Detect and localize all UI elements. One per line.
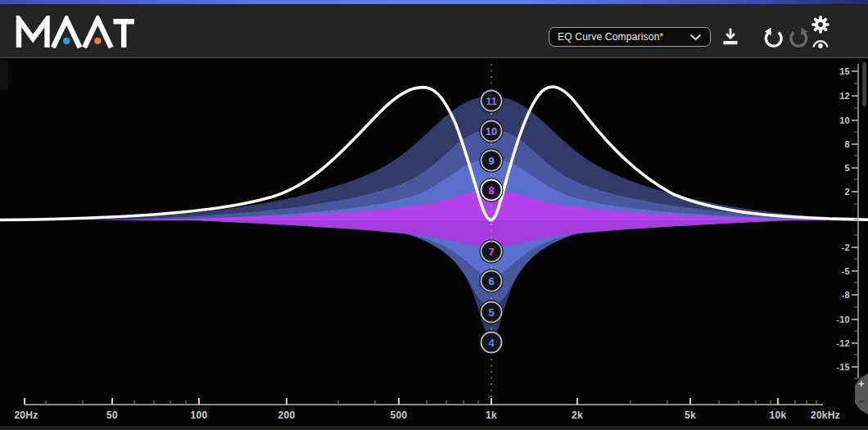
freq-label: 2k	[572, 410, 583, 421]
maat-eq-window: EQ Curve Comparison*	[0, 0, 868, 430]
db-label: -5	[842, 266, 850, 276]
db-label: -10	[836, 315, 850, 324]
db-label: 2	[845, 187, 850, 197]
logo-dot-orange	[94, 38, 101, 44]
freq-label: 5k	[685, 410, 696, 421]
db-ruler-minor-ticks	[854, 84, 858, 378]
freq-label: 10k	[770, 410, 787, 421]
zoom-out-button[interactable]: −	[858, 395, 865, 408]
logo-letter-m	[19, 20, 47, 48]
band-handle-9[interactable]: 9	[481, 150, 503, 172]
db-label: 8	[845, 139, 850, 149]
freq-label: 100	[191, 410, 208, 421]
undo-icon[interactable]	[762, 27, 784, 50]
zoom-in-button[interactable]: +	[858, 378, 865, 390]
chevron-down-icon	[689, 34, 702, 41]
monitor-icon[interactable]	[811, 37, 830, 49]
maat-logo	[15, 16, 138, 48]
db-label: -15	[836, 362, 850, 372]
band-handle-label: 6	[488, 276, 494, 287]
preset-dropdown-value: EQ Curve Comparison*	[558, 31, 663, 43]
freq-label: 200	[278, 410, 296, 421]
gear-icon[interactable]	[811, 15, 830, 34]
footer-strip	[0, 426, 868, 430]
eq-curves-canvas	[0, 59, 868, 430]
band-handle-label: 8	[488, 185, 494, 196]
band-handle-label: 4	[488, 337, 494, 348]
freq-label: 500	[391, 410, 408, 421]
freq-ruler-minor-ticks	[46, 401, 816, 405]
eq-graph: 11 10 9 8 7 6 5 4 15 12 10 8 5 2 -2 -5 -…	[0, 59, 868, 430]
redo-icon[interactable]	[788, 27, 811, 50]
band-handle-8[interactable]: 8	[481, 179, 503, 201]
band-handle-7[interactable]: 7	[481, 241, 503, 263]
band-handle-5[interactable]: 5	[481, 301, 503, 324]
download-icon[interactable]	[720, 26, 741, 48]
logo-letter-t	[113, 21, 133, 48]
db-label: 5	[845, 163, 850, 173]
logo-dot-blue	[63, 38, 70, 44]
db-label: 10	[839, 115, 850, 125]
db-label: -12	[836, 338, 850, 348]
band-handle-label: 10	[486, 126, 497, 137]
band-handle-label: 11	[486, 96, 497, 106]
band-handle-label: 9	[488, 156, 494, 166]
db-label: 15	[839, 66, 850, 76]
band-handle-10[interactable]: 10	[481, 120, 503, 143]
band-handle-4[interactable]: 4	[481, 332, 503, 354]
db-label: -8	[842, 290, 850, 300]
freq-label: 20Hz	[14, 410, 38, 421]
db-label: 12	[839, 91, 850, 101]
band-handle-label: 7	[488, 247, 494, 257]
freq-ruler-major-ticks	[25, 398, 778, 405]
freq-label: 1k	[486, 410, 497, 421]
preset-dropdown[interactable]: EQ Curve Comparison*	[549, 27, 711, 47]
freq-label: 20kHz	[811, 410, 840, 421]
freq-label: 50	[106, 410, 118, 421]
db-label: -2	[842, 242, 850, 252]
band-handle-6[interactable]: 6	[481, 270, 503, 292]
band-handle-11[interactable]: 11	[481, 90, 503, 112]
header-bar: EQ Curve Comparison*	[0, 4, 868, 58]
vertical-scrollbar-thumb[interactable]	[862, 62, 866, 106]
band-handle-label: 5	[488, 307, 494, 318]
